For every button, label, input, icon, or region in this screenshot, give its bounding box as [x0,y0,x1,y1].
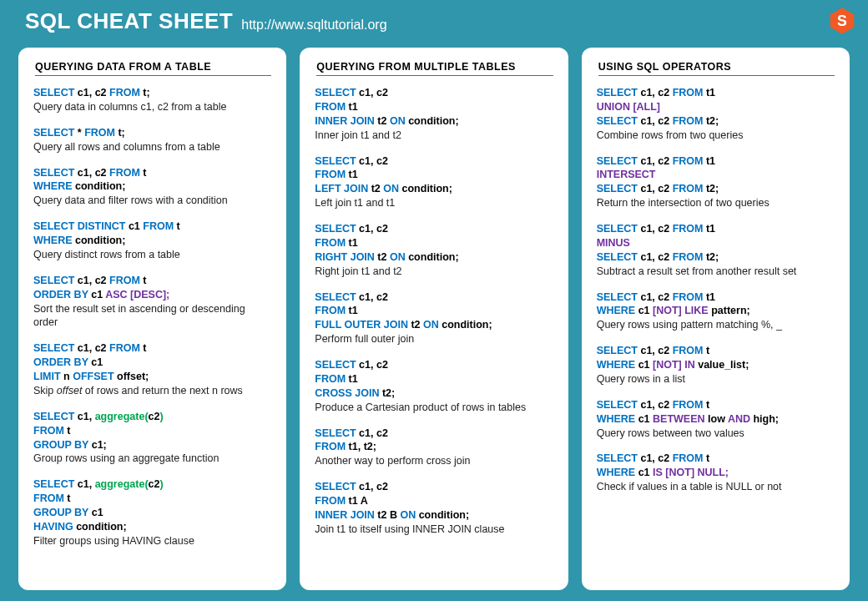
columns-container: QUERYING DATA FROM A TABLESELECT c1, c2 … [0,41,868,590]
code-line: SELECT c1, c2 FROM t1 [597,154,835,169]
entry-description: Group rows using an aggregate function [33,452,271,466]
code-line: SELECT c1, c2 [315,86,553,100]
sql-entry: SELECT c1, c2 FROM t1WHERE c1 [NOT] LIKE… [597,290,835,333]
sql-entry: SELECT c1, c2 FROM t1INTERSECTSELECT c1,… [597,154,835,211]
code-line: SELECT c1, c2 FROM t [33,166,271,180]
sql-entry: SELECT c1, c2FROM t1FULL OUTER JOIN t2 O… [315,290,553,347]
code-line: SELECT c1, c2 [315,427,553,441]
code-line: INNER JOIN t2 B ON condition; [315,508,553,523]
code-line: WHERE condition; [33,179,271,194]
code-line: ORDER BY c1 [33,356,271,370]
entry-description: Join t1 to itself using INNER JOIN claus… [315,523,553,537]
code-line: SELECT c1, c2 FROM t1 [597,86,835,100]
code-line: SELECT c1, c2 FROM t [597,398,835,412]
code-line: SELECT c1, c2 FROM t1 [597,222,835,236]
code-line: WHERE c1 [NOT] LIKE pattern; [597,304,835,318]
entry-description: Query distinct rows from a table [33,248,271,262]
sql-entry: SELECT * FROM t;Query all rows and colum… [33,126,271,154]
entry-description: Left join t1 and t1 [315,196,553,210]
page-url[interactable]: http://www.sqltutorial.org [241,18,386,34]
code-line: FROM t1 [315,168,553,182]
code-line: WHERE c1 [NOT] IN value_list; [597,358,835,372]
code-line: SELECT c1, c2 [315,358,553,372]
code-line: SELECT c1, c2 [315,290,553,305]
entry-description: Filter groups using HAVING clause [33,534,271,548]
entry-description: Inner join t1 and t2 [315,129,553,143]
code-line: SELECT c1, c2 FROM t [33,341,271,356]
code-line: RIGHT JOIN t2 ON condition; [315,250,553,265]
code-line: HAVING condition; [33,520,271,534]
code-line: SELECT c1, c2 FROM t [597,344,835,358]
sql-entry: SELECT c1, c2FROM t1LEFT JOIN t2 ON cond… [315,154,553,211]
code-line: GROUP BY c1; [33,438,271,452]
code-line: SELECT c1, c2 FROM t2; [597,182,835,196]
code-line: UNION [ALL] [597,100,835,114]
column-card: QUERYING DATA FROM A TABLESELECT c1, c2 … [18,48,286,590]
code-line: SELECT c1, c2 [315,222,553,236]
code-line: SELECT c1, c2 [315,480,553,494]
code-line: WHERE c1 BETWEEN low AND high; [597,412,835,427]
code-line: SELECT c1, c2 [315,154,553,169]
sql-entry: SELECT c1, c2 FROM t1UNION [ALL]SELECT c… [597,86,835,143]
entry-description: Query rows between two values [597,427,835,441]
code-line: SELECT c1, c2 FROM t [597,452,835,466]
code-line: FROM t1 [315,304,553,318]
sql-entry: SELECT c1, c2FROM t1RIGHT JOIN t2 ON con… [315,222,553,279]
entry-description: Query data in columns c1, c2 from a tabl… [33,100,271,114]
code-line: SELECT c1, c2 FROM t2; [597,250,835,265]
sql-entry: SELECT c1, c2 FROM tWHERE c1 [NOT] IN va… [597,344,835,386]
code-line: FROM t1 A [315,494,553,508]
sql-entry: SELECT c1, c2 FROM t1MINUSSELECT c1, c2 … [597,222,835,279]
code-line: FROM t [33,492,271,506]
svg-text:S: S [837,13,847,29]
entry-description: Perform full outer join [315,332,553,346]
sql-entry: SELECT c1, c2FROM t1CROSS JOIN t2;Produc… [315,358,553,415]
entry-description: Right join t1 and t2 [315,265,553,279]
entry-description: Produce a Cartesian product of rows in t… [315,401,553,415]
sql-entry: SELECT c1, c2 FROM tWHERE c1 BETWEEN low… [597,398,835,441]
sql-entry: SELECT c1, c2 FROM tWHERE c1 IS [NOT] NU… [597,452,835,494]
sql-entry: SELECT c1, c2 FROM tORDER BY c1 ASC [DES… [33,274,271,331]
entry-description: Sort the result set in ascending or desc… [33,302,271,331]
sql-entry: SELECT c1, aggregate(c2)FROM tGROUP BY c… [33,477,271,548]
code-line: FROM t1 [315,372,553,386]
code-line: SELECT c1, aggregate(c2) [33,477,271,492]
entry-description: Skip offset of rows and return the next … [33,384,271,398]
column-card: QUERYING FROM MULTIPLE TABLESSELECT c1, … [300,48,568,590]
code-line: FROM t1 [315,236,553,250]
entry-description: Subtract a result set from another resul… [597,265,835,279]
entry-description: Query rows using pattern matching %, _ [597,318,835,332]
code-line: LIMIT n OFFSET offset; [33,370,271,384]
entry-description: Query rows in a list [597,372,835,386]
code-line: INNER JOIN t2 ON condition; [315,114,553,129]
code-line: SELECT c1, c2 FROM t; [33,86,271,100]
code-line: MINUS [597,236,835,250]
site-logo-icon: S [828,7,856,35]
code-line: ORDER BY c1 ASC [DESC]; [33,288,271,302]
code-line: INTERSECT [597,168,835,182]
code-line: FROM t [33,424,271,438]
code-line: LEFT JOIN t2 ON condition; [315,182,553,196]
section-title: USING SQL OPERATORS [598,61,835,76]
code-line: SELECT * FROM t; [33,126,271,140]
entry-description: Return the intersection of two queries [597,196,835,210]
sql-entry: SELECT c1, c2FROM t1, t2;Another way to … [315,427,553,469]
sql-entry: SELECT DISTINCT c1 FROM tWHERE condition… [33,220,271,262]
section-title: QUERYING DATA FROM A TABLE [35,61,271,76]
code-line: FULL OUTER JOIN t2 ON condition; [315,318,553,332]
page-title: SQL CHEAT SHEET [25,8,233,34]
entry-description: Combine rows from two queries [597,129,835,143]
code-line: SELECT c1, c2 FROM t1 [597,290,835,305]
page-header: SQL CHEAT SHEET http://www.sqltutorial.o… [0,0,868,41]
code-line: SELECT c1, aggregate(c2) [33,410,271,424]
section-title: QUERYING FROM MULTIPLE TABLES [316,61,553,76]
code-line: WHERE c1 IS [NOT] NULL; [597,466,835,480]
entry-description: Check if values in a table is NULL or no… [597,480,835,494]
sql-entry: SELECT c1, c2 FROM t;Query data in colum… [33,86,271,114]
entry-description: Another way to perform cross join [315,454,553,468]
sql-entry: SELECT c1, aggregate(c2)FROM tGROUP BY c… [33,410,271,467]
sql-entry: SELECT c1, c2 FROM tORDER BY c1LIMIT n O… [33,341,271,398]
sql-entry: SELECT c1, c2 FROM tWHERE condition;Quer… [33,166,271,209]
sql-entry: SELECT c1, c2FROM t1INNER JOIN t2 ON con… [315,86,553,143]
code-line: SELECT DISTINCT c1 FROM t [33,220,271,234]
